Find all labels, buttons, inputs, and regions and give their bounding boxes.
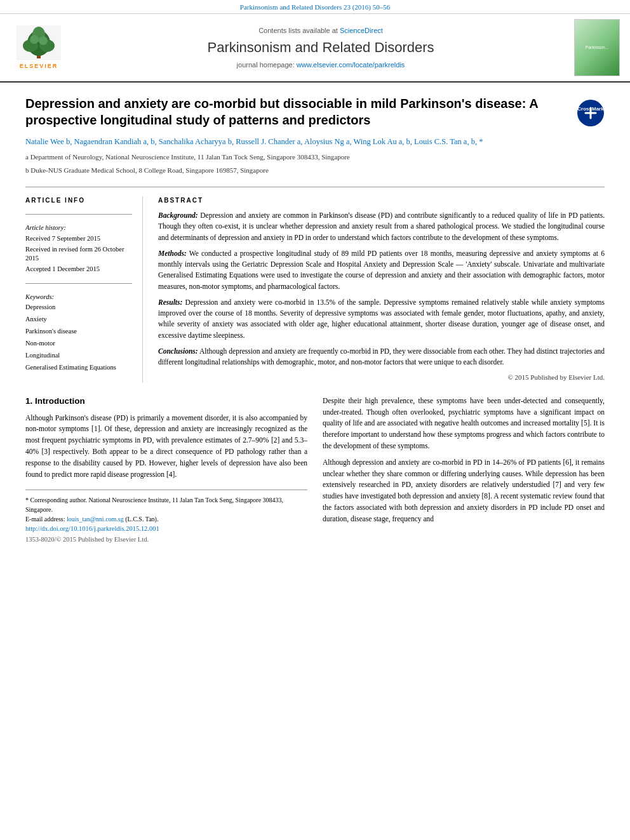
- journal-homepage-line: journal homepage: www.elsevier.com/locat…: [75, 60, 566, 70]
- email-link[interactable]: louis_tan@nni.com.sg: [67, 516, 124, 523]
- info-abstract-layout: ARTICLE INFO Article history: Received 7…: [25, 196, 605, 383]
- abstract-background: Background: Depression and anxiety are c…: [158, 210, 605, 243]
- keyword-anxiety: Anxiety: [25, 314, 132, 326]
- conclusions-label: Conclusions:: [158, 347, 198, 355]
- intro-paragraph-1: Although Parkinson's disease (PD) is pri…: [25, 413, 307, 481]
- abstract-results: Results: Depression and anxiety were co-…: [158, 297, 605, 341]
- keyword-parkinsons: Parkinson's disease: [25, 326, 132, 338]
- affiliation-b: b Duke-NUS Graduate Medical School, 8 Co…: [25, 165, 569, 176]
- abstract-heading: ABSTRACT: [158, 196, 605, 205]
- journal-center: Contents lists available at ScienceDirec…: [75, 26, 566, 70]
- copyright-line: © 2015 Published by Elsevier Ltd.: [158, 373, 605, 382]
- results-label: Results:: [158, 298, 182, 306]
- keywords-label: Keywords:: [25, 293, 132, 302]
- body-left-col: 1. Introduction Although Parkinson's dis…: [25, 396, 307, 545]
- email-line: E-mail address: louis_tan@nni.com.sg (L.…: [25, 514, 307, 524]
- issn-line: 1353-8020/© 2015 Published by Elsevier L…: [25, 535, 307, 545]
- divider-article-info: [25, 214, 132, 215]
- abstract-conclusions: Conclusions: Although depression and anx…: [158, 346, 605, 368]
- received-date: Received 7 September 2015: [25, 234, 132, 244]
- paper-content: Depression and anxiety are co-morbid but…: [0, 83, 630, 395]
- divider-1: [25, 187, 605, 187]
- keyword-list: Depression Anxiety Parkinson's disease N…: [25, 302, 132, 373]
- intro-paragraph-2: Despite their high prevalence, these sym…: [323, 396, 605, 452]
- affiliation-a: a Department of Neurology, National Neur…: [25, 152, 569, 163]
- svg-point-7: [39, 36, 48, 45]
- keyword-nonmotor: Non-motor: [25, 338, 132, 350]
- intro-heading: 1. Introduction: [25, 396, 307, 408]
- email-person: (L.C.S. Tan).: [125, 516, 158, 523]
- journal-citation: Parkinsonism and Related Disorders 23 (2…: [240, 3, 390, 11]
- methods-label: Methods:: [158, 250, 187, 257]
- abstract-methods: Methods: We conducted a prospective long…: [158, 248, 605, 292]
- article-history: Article history: Received 7 September 20…: [25, 223, 132, 274]
- journal-citation-bar: Parkinsonism and Related Disorders 23 (2…: [0, 0, 630, 13]
- journal-title: Parkinsonism and Related Disorders: [75, 38, 566, 58]
- journal-banner: ELSEVIER Contents lists available at Sci…: [0, 13, 630, 83]
- article-info-heading: ARTICLE INFO: [25, 196, 132, 205]
- doi-line[interactable]: http://dx.doi.org/10.1016/j.parkreldis.2…: [25, 524, 307, 534]
- footnote-section: * Corresponding author. National Neurosc…: [25, 490, 307, 545]
- body-right-col: Despite their high prevalence, these sym…: [323, 396, 605, 545]
- title-area: Depression and anxiety are co-morbid but…: [25, 95, 569, 178]
- abstract-column: ABSTRACT Background: Depression and anxi…: [158, 196, 605, 383]
- conclusions-text: Although depression and anxiety are freq…: [158, 347, 605, 366]
- background-text: Depression and anxiety are common in Par…: [158, 211, 605, 241]
- results-text: Depression and anxiety were co-morbid in…: [158, 298, 605, 339]
- keyword-depression: Depression: [25, 302, 132, 314]
- elsevier-brand-text: ELSEVIER: [20, 62, 58, 70]
- history-label: Article history:: [25, 223, 132, 233]
- corresponding-author-note: * Corresponding author. National Neurosc…: [25, 495, 307, 514]
- science-direct-link[interactable]: ScienceDirect: [340, 27, 383, 34]
- svg-point-6: [30, 35, 39, 44]
- accepted-date: Accepted 1 December 2015: [25, 265, 132, 274]
- authors: Natalie Wee b, Nagaendran Kandiah a, b, …: [25, 136, 569, 148]
- main-body: 1. Introduction Although Parkinson's dis…: [0, 396, 630, 557]
- article-info-column: ARTICLE INFO Article history: Received 7…: [25, 196, 143, 383]
- background-label: Background:: [158, 211, 198, 219]
- body-two-col: 1. Introduction Although Parkinson's dis…: [25, 396, 605, 545]
- keyword-gee: Generalised Estimating Equations: [25, 362, 132, 374]
- elsevier-logo: ELSEVIER: [10, 25, 67, 70]
- keyword-longitudinal: Longitudinal: [25, 350, 132, 362]
- elsevier-tree-image: [17, 25, 61, 60]
- title-section: Depression and anxiety are co-morbid but…: [25, 95, 605, 178]
- journal-cover-image: Parkinson...: [574, 19, 620, 76]
- keywords-section: Keywords: Depression Anxiety Parkinson's…: [25, 293, 132, 374]
- science-direct-line: Contents lists available at ScienceDirec…: [75, 26, 566, 36]
- email-label: E-mail address:: [25, 516, 65, 523]
- intro-paragraph-3: Although depression and anxiety are co-m…: [323, 457, 605, 525]
- revised-date: Received in revised form 26 October 2015: [25, 245, 132, 263]
- journal-homepage-url[interactable]: www.elsevier.com/locate/parkreldis: [297, 61, 405, 69]
- methods-text: We conducted a prospective longitudinal …: [158, 250, 605, 290]
- paper-title: Depression and anxiety are co-morbid but…: [25, 95, 569, 128]
- crossmark-icon[interactable]: CrossMark: [577, 99, 605, 127]
- divider-keywords: [25, 283, 132, 284]
